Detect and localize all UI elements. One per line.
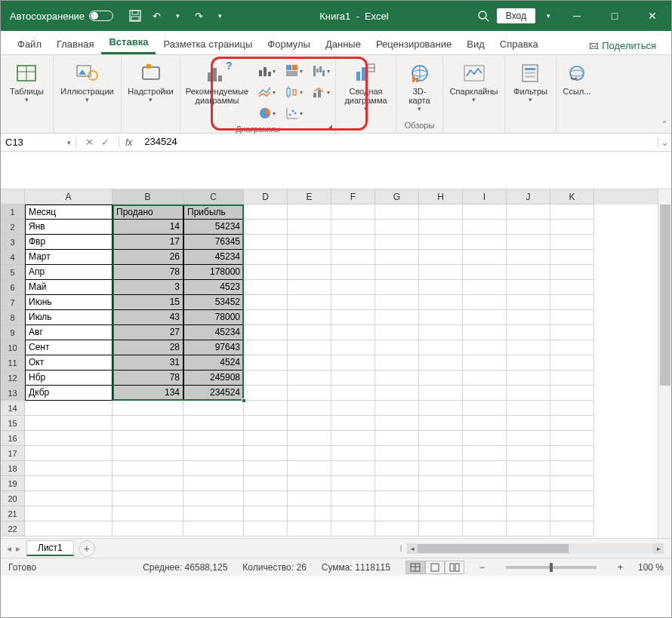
cell-H4[interactable] bbox=[419, 250, 463, 265]
cell-A20[interactable] bbox=[25, 491, 113, 506]
cell-A15[interactable] bbox=[25, 416, 113, 431]
cell-F10[interactable] bbox=[331, 340, 375, 355]
cell-G3[interactable] bbox=[375, 235, 419, 250]
row-header-10[interactable]: 10 bbox=[1, 340, 25, 355]
cell-C15[interactable] bbox=[183, 416, 244, 431]
cell-J2[interactable] bbox=[507, 220, 550, 235]
statistic-chart-button[interactable]: ▾ bbox=[282, 82, 307, 102]
cell-F19[interactable] bbox=[331, 476, 375, 491]
cell-C7[interactable]: 53452 bbox=[183, 295, 244, 310]
cell-D19[interactable] bbox=[244, 476, 288, 491]
cell-K9[interactable] bbox=[550, 325, 594, 340]
cell-C22[interactable] bbox=[183, 521, 244, 537]
hscroll-right[interactable]: ▸ bbox=[653, 543, 664, 554]
cell-J18[interactable] bbox=[507, 461, 550, 476]
hscroll-left[interactable]: ◂ bbox=[407, 543, 418, 554]
cell-I22[interactable] bbox=[463, 521, 507, 537]
cell-B1[interactable]: Продано bbox=[113, 204, 183, 220]
cell-C1[interactable]: Прибыль bbox=[183, 204, 244, 220]
cell-A16[interactable] bbox=[25, 431, 113, 446]
cell-E15[interactable] bbox=[288, 416, 331, 431]
col-header-B[interactable]: B bbox=[113, 189, 183, 204]
cell-B4[interactable]: 26 bbox=[113, 250, 183, 265]
worksheet-grid[interactable]: ABCDEFGHIJK 1234567891011121314151617181… bbox=[1, 189, 671, 538]
fill-handle[interactable] bbox=[242, 398, 246, 403]
row-header-8[interactable]: 8 bbox=[1, 310, 25, 325]
cell-I21[interactable] bbox=[463, 506, 507, 521]
cell-D18[interactable] bbox=[244, 461, 288, 476]
row-header-9[interactable]: 9 bbox=[1, 325, 25, 340]
cell-F4[interactable] bbox=[331, 250, 375, 265]
tab-insert[interactable]: Вставка bbox=[101, 32, 156, 54]
cell-G15[interactable] bbox=[375, 416, 419, 431]
cell-I19[interactable] bbox=[463, 476, 507, 491]
cell-F17[interactable] bbox=[331, 446, 375, 461]
col-header-K[interactable]: K bbox=[550, 189, 594, 204]
cell-H21[interactable] bbox=[419, 506, 463, 521]
cell-I5[interactable] bbox=[463, 265, 507, 280]
cell-K12[interactable] bbox=[550, 370, 594, 386]
cell-E21[interactable] bbox=[288, 506, 331, 521]
cell-B13[interactable]: 134 bbox=[113, 386, 183, 401]
cell-D17[interactable] bbox=[244, 446, 288, 461]
cell-J19[interactable] bbox=[507, 476, 550, 491]
cell-B20[interactable] bbox=[113, 491, 183, 506]
cell-H8[interactable] bbox=[419, 310, 463, 325]
row-header-2[interactable]: 2 bbox=[1, 220, 25, 235]
cell-B19[interactable] bbox=[113, 476, 183, 491]
cell-I13[interactable] bbox=[463, 386, 507, 401]
cell-D6[interactable] bbox=[244, 280, 288, 295]
cell-B7[interactable]: 15 bbox=[113, 295, 183, 310]
cell-B22[interactable] bbox=[113, 521, 183, 537]
cell-I7[interactable] bbox=[463, 295, 507, 310]
cell-K10[interactable] bbox=[550, 340, 594, 355]
cell-E8[interactable] bbox=[288, 310, 331, 325]
zoom-slider[interactable] bbox=[506, 566, 596, 569]
cell-J16[interactable] bbox=[507, 431, 550, 446]
cell-C4[interactable]: 45234 bbox=[183, 250, 244, 265]
cell-F22[interactable] bbox=[331, 521, 375, 537]
cell-J9[interactable] bbox=[507, 325, 550, 340]
search-icon[interactable] bbox=[476, 8, 491, 23]
cell-H6[interactable] bbox=[419, 280, 463, 295]
row-header-11[interactable]: 11 bbox=[1, 355, 25, 370]
cell-E6[interactable] bbox=[288, 280, 331, 295]
vscroll-thumb[interactable] bbox=[660, 204, 670, 386]
cell-J15[interactable] bbox=[507, 416, 550, 431]
cell-E11[interactable] bbox=[288, 355, 331, 370]
cell-I8[interactable] bbox=[463, 310, 507, 325]
tab-help[interactable]: Справка bbox=[492, 34, 546, 54]
cell-K5[interactable] bbox=[550, 265, 594, 280]
pie-chart-button[interactable]: ▾ bbox=[255, 103, 279, 123]
cell-A5[interactable]: Апр bbox=[25, 265, 113, 280]
cell-I16[interactable] bbox=[463, 431, 507, 446]
cell-G21[interactable] bbox=[375, 506, 419, 521]
redo-dropdown-icon[interactable]: ▾ bbox=[213, 9, 227, 23]
undo-icon[interactable]: ↶ bbox=[150, 9, 163, 23]
cell-G1[interactable] bbox=[375, 204, 419, 220]
cell-J20[interactable] bbox=[507, 491, 550, 506]
cell-J22[interactable] bbox=[507, 521, 550, 537]
col-header-C[interactable]: C bbox=[183, 189, 244, 204]
cell-B6[interactable]: 3 bbox=[113, 280, 183, 295]
cell-F6[interactable] bbox=[331, 280, 375, 295]
cell-A17[interactable] bbox=[25, 446, 113, 461]
column-chart-button[interactable]: ▾ bbox=[255, 61, 279, 81]
cell-B18[interactable] bbox=[113, 461, 183, 476]
filters-button[interactable]: Фильтры ▾ bbox=[510, 58, 550, 106]
cell-G20[interactable] bbox=[375, 491, 419, 506]
cell-B14[interactable] bbox=[113, 401, 183, 416]
cell-B17[interactable] bbox=[113, 446, 183, 461]
row-header-18[interactable]: 18 bbox=[1, 461, 25, 476]
cell-K13[interactable] bbox=[550, 386, 594, 401]
cell-C21[interactable] bbox=[183, 506, 244, 521]
cell-J8[interactable] bbox=[507, 310, 550, 325]
cell-K15[interactable] bbox=[550, 416, 594, 431]
cell-E1[interactable] bbox=[288, 204, 331, 220]
cell-D11[interactable] bbox=[244, 355, 288, 370]
sheet-tab-1[interactable]: Лист1 bbox=[26, 540, 74, 556]
hscroll-thumb[interactable] bbox=[418, 544, 569, 553]
cell-D10[interactable] bbox=[244, 340, 288, 355]
tab-home[interactable]: Главная bbox=[49, 34, 101, 54]
cell-K4[interactable] bbox=[550, 250, 594, 265]
